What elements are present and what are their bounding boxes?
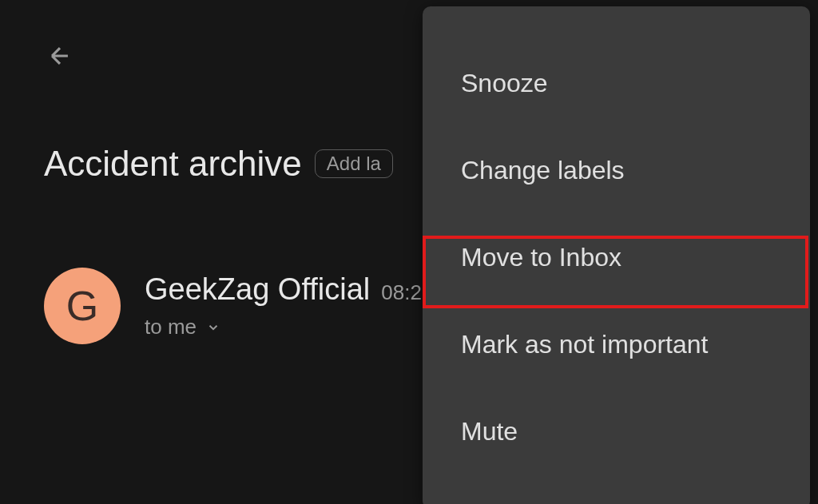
recipient-label: to me — [145, 315, 197, 339]
chevron-down-icon — [206, 320, 220, 335]
back-button[interactable] — [44, 40, 76, 72]
email-subject: Accident archive — [44, 144, 302, 184]
sender-name: GeekZag Official — [145, 272, 370, 307]
menu-item-snooze[interactable]: Snooze — [423, 40, 810, 127]
arrow-left-icon — [46, 42, 73, 69]
menu-item-move-to-inbox[interactable]: Move to Inbox — [423, 214, 810, 301]
sender-info: GeekZag Official 08:2 to me — [145, 272, 422, 339]
recipient-expand[interactable]: to me — [145, 315, 422, 339]
avatar[interactable]: G — [44, 268, 121, 344]
avatar-letter: G — [66, 282, 98, 330]
add-label-chip[interactable]: Add la — [315, 149, 393, 178]
menu-item-mute[interactable]: Mute — [423, 388, 810, 475]
sender-time: 08:2 — [381, 280, 422, 305]
menu-item-change-labels[interactable]: Change labels — [423, 127, 810, 214]
menu-item-mark-not-important[interactable]: Mark as not important — [423, 301, 810, 388]
overflow-menu: Snooze Change labels Move to Inbox Mark … — [423, 6, 810, 504]
sender-name-row: GeekZag Official 08:2 — [145, 272, 422, 307]
